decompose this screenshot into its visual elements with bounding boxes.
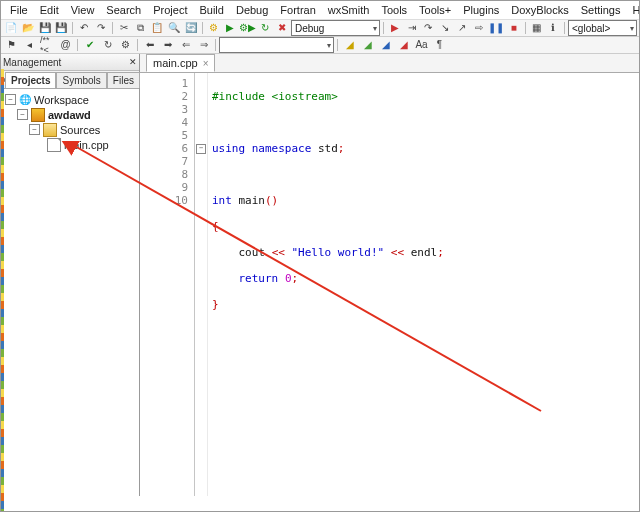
save-icon[interactable]: 💾 bbox=[37, 20, 53, 36]
toolbar-row-1: 📄 📂 💾 💾 ↶ ↷ ✂ ⧉ 📋 🔍 🔄 ⚙ ▶ ⚙▶ ↻ ✖ Debug ▶… bbox=[1, 20, 639, 37]
build-target-label: Debug bbox=[295, 23, 324, 34]
file-icon bbox=[47, 138, 61, 152]
menu-settings[interactable]: Settings bbox=[576, 3, 626, 17]
next-instr-icon[interactable]: ⇨ bbox=[471, 20, 487, 36]
management-title: Management bbox=[3, 57, 61, 68]
undo-icon[interactable]: ↶ bbox=[76, 20, 92, 36]
rebuild-icon[interactable]: ↻ bbox=[257, 20, 273, 36]
line-number-gutter: 1 2 3 4 5 6 7 8 9 10 bbox=[140, 73, 195, 496]
nav-back-icon[interactable]: ⬅ bbox=[141, 37, 158, 53]
menu-build[interactable]: Build bbox=[194, 3, 228, 17]
scope-dropdown[interactable]: <global> bbox=[568, 20, 637, 36]
separator bbox=[215, 39, 216, 51]
tab-projects[interactable]: Projects bbox=[5, 72, 56, 88]
app-window: File Edit View Search Project Build Debu… bbox=[0, 0, 640, 512]
pause-icon[interactable]: ❚❚ bbox=[488, 20, 505, 36]
close-icon[interactable]: ✕ bbox=[129, 57, 137, 67]
close-icon[interactable]: × bbox=[203, 58, 209, 69]
refresh-icon[interactable]: ↻ bbox=[99, 37, 116, 53]
doxy-comment-icon[interactable]: /** *< bbox=[39, 37, 56, 53]
menu-help[interactable]: Help bbox=[627, 3, 640, 17]
build-icon[interactable]: ⚙ bbox=[206, 20, 222, 36]
collapse-icon[interactable]: − bbox=[17, 109, 28, 120]
tree-workspace[interactable]: − 🌐 Workspace bbox=[3, 92, 137, 107]
text-icon[interactable]: ¶ bbox=[431, 37, 448, 53]
info-icon[interactable]: ℹ bbox=[545, 20, 561, 36]
separator bbox=[72, 22, 73, 34]
step-over-icon[interactable]: ↷ bbox=[421, 20, 437, 36]
menu-doxyblocks[interactable]: DoxyBlocks bbox=[506, 3, 573, 17]
clear-highlight-icon[interactable]: Aa bbox=[413, 37, 430, 53]
folder-icon bbox=[43, 123, 57, 137]
bookmark-toggle-icon[interactable]: ⚑ bbox=[3, 37, 20, 53]
tree-folder-sources[interactable]: − Sources bbox=[3, 122, 137, 137]
line-number: 3 bbox=[140, 103, 188, 116]
collapse-icon[interactable]: − bbox=[5, 94, 16, 105]
scope-label: <global> bbox=[572, 23, 610, 34]
menu-edit[interactable]: Edit bbox=[35, 3, 64, 17]
menu-file[interactable]: File bbox=[5, 3, 33, 17]
separator bbox=[383, 22, 384, 34]
cut-icon[interactable]: ✂ bbox=[116, 20, 132, 36]
code-editor[interactable]: 1 2 3 4 5 6 7 8 9 10 − #include <iostrea… bbox=[140, 73, 639, 496]
highlight-a-icon[interactable]: ◢ bbox=[341, 37, 358, 53]
management-tabs: ◂ Projects Symbols Files ▸ bbox=[1, 71, 139, 89]
abort-icon[interactable]: ✖ bbox=[274, 20, 290, 36]
options-icon[interactable]: ⚙ bbox=[117, 37, 134, 53]
fold-toggle-icon[interactable]: − bbox=[196, 144, 206, 154]
separator bbox=[337, 39, 338, 51]
menu-view[interactable]: View bbox=[66, 3, 100, 17]
line-number: 8 bbox=[140, 168, 188, 181]
project-tree: − 🌐 Workspace − awdawd − Sources main.cp… bbox=[1, 89, 139, 496]
new-file-icon[interactable]: 📄 bbox=[3, 20, 19, 36]
debug-run-icon[interactable]: ▶ bbox=[387, 20, 403, 36]
tab-symbols[interactable]: Symbols bbox=[56, 72, 106, 88]
debug-windows-icon[interactable]: ▦ bbox=[528, 20, 544, 36]
separator bbox=[564, 22, 565, 34]
project-icon bbox=[31, 108, 45, 122]
menu-search[interactable]: Search bbox=[101, 3, 146, 17]
build-target-dropdown[interactable]: Debug bbox=[291, 20, 380, 36]
jump-next-icon[interactable]: ⇒ bbox=[195, 37, 212, 53]
replace-icon[interactable]: 🔄 bbox=[183, 20, 199, 36]
build-run-icon[interactable]: ⚙▶ bbox=[239, 20, 256, 36]
find-icon[interactable]: 🔍 bbox=[166, 20, 182, 36]
menu-plugins[interactable]: Plugins bbox=[458, 3, 504, 17]
line-number: 6 bbox=[140, 142, 188, 155]
paste-icon[interactable]: 📋 bbox=[149, 20, 165, 36]
menu-debug[interactable]: Debug bbox=[231, 3, 273, 17]
menu-fortran[interactable]: Fortran bbox=[275, 3, 320, 17]
nav-fwd-icon[interactable]: ➡ bbox=[159, 37, 176, 53]
menubar: File Edit View Search Project Build Debu… bbox=[1, 1, 639, 20]
symbol-dropdown[interactable] bbox=[219, 37, 334, 53]
menu-tools[interactable]: Tools bbox=[376, 3, 412, 17]
jump-prev-icon[interactable]: ⇐ bbox=[177, 37, 194, 53]
menu-project[interactable]: Project bbox=[148, 3, 192, 17]
run-to-cursor-icon[interactable]: ⇥ bbox=[404, 20, 420, 36]
collapse-icon[interactable]: − bbox=[29, 124, 40, 135]
copy-icon[interactable]: ⧉ bbox=[133, 20, 149, 36]
tab-files[interactable]: Files bbox=[107, 72, 140, 88]
run-icon[interactable]: ▶ bbox=[223, 20, 239, 36]
step-into-icon[interactable]: ↘ bbox=[437, 20, 453, 36]
menu-wxsmith[interactable]: wxSmith bbox=[323, 3, 375, 17]
redo-icon[interactable]: ↷ bbox=[93, 20, 109, 36]
stop-debug-icon[interactable]: ■ bbox=[506, 20, 522, 36]
menu-toolsplus[interactable]: Tools+ bbox=[414, 3, 456, 17]
tree-file-main[interactable]: main.cpp bbox=[3, 137, 137, 152]
highlight-d-icon[interactable]: ◢ bbox=[395, 37, 412, 53]
doxy-icon[interactable]: @ bbox=[57, 37, 74, 53]
code-text[interactable]: #include <iostream> using namespace std;… bbox=[208, 73, 639, 496]
tree-project[interactable]: − awdawd bbox=[3, 107, 137, 122]
file-label: main.cpp bbox=[64, 139, 109, 151]
line-number: 2 bbox=[140, 90, 188, 103]
bookmark-prev-icon[interactable]: ◂ bbox=[21, 37, 38, 53]
step-out-icon[interactable]: ↗ bbox=[454, 20, 470, 36]
highlight-b-icon[interactable]: ◢ bbox=[359, 37, 376, 53]
editor-tab-main[interactable]: main.cpp × bbox=[146, 54, 215, 72]
open-icon[interactable]: 📂 bbox=[20, 20, 36, 36]
highlight-c-icon[interactable]: ◢ bbox=[377, 37, 394, 53]
line-number: 4 bbox=[140, 116, 188, 129]
mark-icon[interactable]: ✔ bbox=[81, 37, 98, 53]
save-all-icon[interactable]: 💾 bbox=[53, 20, 69, 36]
